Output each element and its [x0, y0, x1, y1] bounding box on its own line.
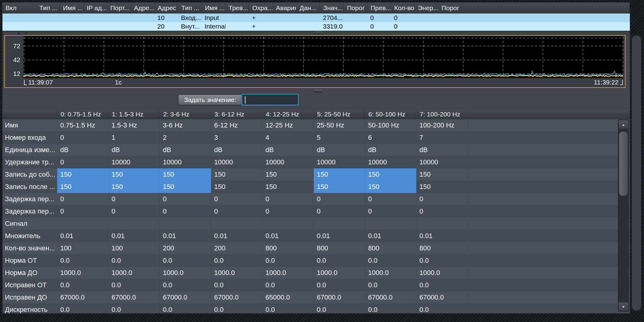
row-label[interactable]: Исправен ОТ [2, 279, 57, 291]
device-cell[interactable]: 0 [367, 22, 391, 31]
column-header[interactable]: Порт... [107, 2, 131, 14]
param-cell[interactable]: 800 [262, 242, 314, 254]
row-label[interactable]: Задержка пер... [2, 193, 57, 205]
param-cell[interactable]: 0 [416, 193, 468, 205]
param-cell[interactable]: 0.0 [211, 279, 262, 291]
row-label[interactable]: Запись до соб... [2, 168, 57, 181]
param-cell[interactable]: 3 [211, 132, 262, 144]
scroll-up-icon[interactable]: ▲ [17, 31, 21, 35]
set-value-button[interactable]: Задать значение: [178, 95, 242, 105]
param-cell[interactable]: 0.0 [365, 304, 416, 313]
scrollbar-track[interactable] [618, 129, 629, 302]
param-cell[interactable] [416, 218, 468, 230]
column-header[interactable]: Тип ... [36, 2, 60, 14]
row-label[interactable]: Имя [2, 119, 57, 132]
param-cell[interactable]: dB [211, 144, 262, 156]
device-cell[interactable]: 0 [367, 14, 391, 22]
freq-column-header[interactable]: 7: 100-200 Hz [416, 109, 468, 119]
column-header[interactable]: Дан... [296, 2, 320, 14]
freq-column-header[interactable]: 6: 50-100 Hz [365, 109, 416, 119]
device-cell[interactable]: 20 [155, 22, 178, 31]
device-cell[interactable] [107, 14, 131, 22]
scroll-down-button[interactable]: ▼ [618, 302, 629, 311]
param-cell[interactable]: 1000.0 [262, 267, 314, 279]
param-cell[interactable]: 150 [262, 181, 314, 193]
param-cell[interactable]: 0 [211, 193, 262, 205]
param-cell[interactable]: 150 [314, 168, 365, 181]
device-cell[interactable]: Внут... [178, 22, 202, 31]
param-cell[interactable]: 0.0 [57, 254, 108, 267]
param-cell[interactable]: 25-50 Hz [314, 119, 365, 132]
param-cell[interactable]: 67000.0 [211, 291, 262, 304]
param-cell[interactable]: 1000.0 [365, 267, 416, 279]
param-cell[interactable]: 10000 [262, 156, 314, 168]
freq-column-header[interactable]: 3: 6-12 Hz [211, 109, 262, 119]
param-cell[interactable]: 0 [57, 132, 108, 144]
param-cell[interactable]: 0.0 [160, 279, 211, 291]
param-cell[interactable]: 0 [211, 205, 262, 218]
param-cell[interactable]: 50-100 Hz [365, 119, 416, 132]
param-cell[interactable]: 5 [314, 132, 365, 144]
column-header[interactable]: Кол-во [391, 2, 415, 14]
param-cell[interactable]: 0.0 [262, 304, 314, 313]
device-cell[interactable]: 10 [155, 14, 178, 22]
row-label[interactable]: Норма ДО [2, 267, 57, 279]
row-label[interactable]: Удержание тр... [2, 156, 57, 168]
param-cell[interactable]: 0.0 [314, 254, 365, 267]
param-cell[interactable]: 0.0 [365, 254, 416, 267]
param-cell[interactable]: 150 [416, 181, 468, 193]
param-cell[interactable]: 0.0 [262, 279, 314, 291]
param-cell[interactable]: 0 [365, 193, 416, 205]
column-header[interactable]: Имя ... [60, 2, 84, 14]
param-cell[interactable]: 150 [57, 181, 108, 193]
param-cell[interactable]: 1.5-3 Hz [108, 119, 160, 132]
column-header[interactable]: IP ад... [84, 2, 107, 14]
device-cell[interactable] [2, 22, 36, 31]
param-cell[interactable]: 67000.0 [365, 291, 416, 304]
device-cell[interactable] [296, 22, 320, 31]
device-cell[interactable] [415, 22, 438, 31]
row-label[interactable]: Задержка пер... [2, 205, 57, 218]
param-cell[interactable]: 0 [108, 193, 160, 205]
device-cell[interactable] [344, 22, 367, 31]
column-header[interactable]: Прев... [367, 2, 391, 14]
row-label[interactable]: Запись после ... [2, 181, 57, 193]
param-cell[interactable]: 0.01 [160, 230, 211, 242]
param-cell[interactable]: 67000.0 [57, 291, 108, 304]
param-cell[interactable]: 100 [108, 242, 160, 254]
param-cell[interactable]: 150 [365, 181, 416, 193]
column-header[interactable]: Знач... [320, 2, 344, 14]
param-cell[interactable]: 150 [314, 181, 365, 193]
param-cell[interactable] [262, 218, 314, 230]
device-cell[interactable]: 0 [391, 14, 415, 22]
param-cell[interactable]: dB [416, 144, 468, 156]
param-cell[interactable]: 0 [262, 193, 314, 205]
device-cell[interactable] [84, 22, 107, 31]
device-cell[interactable] [131, 14, 155, 22]
param-cell[interactable]: 7 [416, 132, 468, 144]
column-header[interactable]: Порог [438, 2, 462, 14]
device-cell[interactable] [226, 22, 249, 31]
param-cell[interactable]: 12-25 Hz [262, 119, 314, 132]
row-label[interactable]: Норма ОТ [2, 254, 57, 267]
device-cell[interactable]: Вход... [178, 14, 202, 22]
param-cell[interactable]: 0.0 [108, 304, 160, 313]
row-label[interactable]: Единица изме... [2, 144, 57, 156]
device-row[interactable]: 20Внут...Internal+3319.000 [2, 22, 630, 31]
splitter-handle[interactable] [313, 32, 322, 34]
device-cell[interactable] [438, 14, 462, 22]
device-cell[interactable]: + [249, 14, 273, 22]
device-cell[interactable] [60, 22, 84, 31]
param-cell[interactable]: 0 [57, 205, 108, 218]
device-cell[interactable] [273, 22, 296, 31]
column-header[interactable]: Адре... [131, 2, 155, 14]
param-cell[interactable]: 0 [57, 193, 108, 205]
param-cell[interactable]: 150 [160, 168, 211, 181]
device-cell[interactable]: Internal [202, 22, 226, 31]
param-cell[interactable]: 100-200 Hz [416, 119, 468, 132]
param-cell[interactable]: 0 [365, 205, 416, 218]
param-cell[interactable]: 0.0 [160, 254, 211, 267]
row-label[interactable]: Дискретность [2, 304, 57, 313]
param-cell[interactable]: 0 [57, 156, 108, 168]
window-scrollbar-track[interactable] [631, 34, 642, 312]
